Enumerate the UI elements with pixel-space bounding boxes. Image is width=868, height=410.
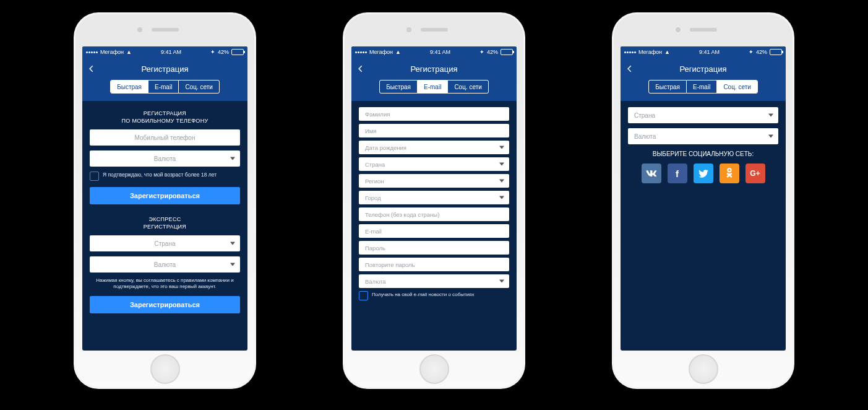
nav-bar: Регистрация <box>621 58 786 80</box>
page-title: Регистрация <box>621 64 786 74</box>
news-check-label: Получать на свой e-mail новости о событи… <box>372 291 474 298</box>
age-confirm-label: Я подтверждаю, что мой возраст более 18 … <box>103 172 217 178</box>
battery-icon <box>501 49 513 55</box>
news-checkbox[interactable] <box>359 291 368 300</box>
tab-email[interactable]: E-mail <box>687 81 717 93</box>
tab-bar: Быстрая E-mail Соц. сети <box>621 80 786 101</box>
section-title-mobile: РЕГИСТРАЦИЯПО МОБИЛЬНОМУ ТЕЛЕФОНУ <box>90 110 240 124</box>
status-bar: Мегафон▲ 9:41 AM ✦42% <box>351 46 517 58</box>
currency-select[interactable] <box>628 128 778 144</box>
mobile-phone-field[interactable] <box>90 129 240 146</box>
phone-mockup-3: Мегафон▲ 9:41 AM ✦42% Регистрация Быстра… <box>612 12 794 389</box>
tab-email[interactable]: E-mail <box>418 81 448 93</box>
twitter-button[interactable] <box>694 164 713 183</box>
carrier-label: Мегафон <box>369 49 393 55</box>
status-bar: Мегафон▲ 9:41 AM ✦42% <box>82 46 247 58</box>
page-title: Регистрация <box>82 64 247 74</box>
tab-quick[interactable]: Быстрая <box>111 81 148 93</box>
tab-social[interactable]: Соц. сети <box>448 81 488 93</box>
register-button-1[interactable]: Зарегистрироваться <box>90 187 240 204</box>
tab-social[interactable]: Соц. сети <box>179 81 218 93</box>
currency-select[interactable] <box>359 274 509 288</box>
phone-field[interactable] <box>359 207 509 221</box>
battery-icon <box>231 49 244 55</box>
back-button[interactable] <box>625 64 634 73</box>
googleplus-button[interactable]: G+ <box>746 164 765 183</box>
nav-bar: Регистрация <box>351 58 517 80</box>
battery-icon <box>770 49 782 55</box>
firstname-field[interactable] <box>359 124 509 137</box>
battery-pct-label: 42% <box>756 49 767 55</box>
phone-mockup-2: Мегафон▲ 9:41 AM ✦42% Регистрация Быстра… <box>343 12 525 389</box>
wifi-icon: ▲ <box>395 49 401 55</box>
city-select[interactable] <box>359 191 509 204</box>
home-button[interactable] <box>689 354 718 384</box>
register-button-2[interactable]: Зарегистрироваться <box>90 296 240 313</box>
bluetooth-icon: ✦ <box>479 49 484 55</box>
back-button[interactable] <box>87 64 96 73</box>
tab-quick[interactable]: Быстрая <box>380 81 418 93</box>
tab-bar: Быстрая E-mail Соц. сети <box>351 80 517 101</box>
battery-pct-label: 42% <box>487 49 498 55</box>
clock-label: 9:41 AM <box>430 49 450 55</box>
region-select[interactable] <box>359 174 509 188</box>
vk-button[interactable] <box>642 164 661 183</box>
section-title-express: ЭКСПРЕССРЕГИСТРАЦИЯ <box>90 216 240 230</box>
carrier-label: Мегафон <box>638 49 662 55</box>
status-bar: Мегафон▲ 9:41 AM ✦42% <box>621 46 786 58</box>
password-field[interactable] <box>359 241 509 255</box>
tab-social[interactable]: Соц. сети <box>717 81 757 93</box>
wifi-icon: ▲ <box>126 49 132 55</box>
country-select[interactable] <box>90 235 240 251</box>
country-select[interactable] <box>628 107 778 123</box>
phone-mockup-1: Мегафон▲ 9:41 AM ✦42% Регистрация Быстра… <box>74 12 256 389</box>
currency-select[interactable] <box>90 150 240 167</box>
social-networks-row: f G+ <box>628 164 778 183</box>
home-button[interactable] <box>419 354 449 384</box>
email-field[interactable] <box>359 224 509 238</box>
wifi-icon: ▲ <box>664 49 670 55</box>
currency-select-2[interactable] <box>90 256 240 273</box>
battery-pct-label: 42% <box>218 49 229 55</box>
tab-quick[interactable]: Быстрая <box>649 81 687 93</box>
page-title: Регистрация <box>351 64 517 74</box>
nav-bar: Регистрация <box>82 58 247 80</box>
home-button[interactable] <box>150 354 180 384</box>
facebook-button[interactable]: f <box>668 164 687 183</box>
bluetooth-icon: ✦ <box>210 49 215 55</box>
tab-email[interactable]: E-mail <box>148 81 179 93</box>
lastname-field[interactable] <box>359 107 509 121</box>
terms-disclaimer: Нажимая кнопку, вы соглашаетесь с правил… <box>90 277 240 290</box>
odnoklassniki-button[interactable] <box>720 164 739 183</box>
social-title: ВЫБЕРИТЕ СОЦИАЛЬНУЮ СЕТЬ: <box>628 150 778 157</box>
country-select[interactable] <box>359 157 509 171</box>
bluetooth-icon: ✦ <box>749 49 754 55</box>
clock-label: 9:41 AM <box>699 49 720 55</box>
clock-label: 9:41 AM <box>161 49 181 55</box>
tab-bar: Быстрая E-mail Соц. сети <box>82 80 247 101</box>
dob-select[interactable] <box>359 141 509 154</box>
back-button[interactable] <box>356 64 365 73</box>
age-checkbox[interactable] <box>90 172 99 181</box>
carrier-label: Мегафон <box>100 49 124 55</box>
password-repeat-field[interactable] <box>359 258 509 271</box>
